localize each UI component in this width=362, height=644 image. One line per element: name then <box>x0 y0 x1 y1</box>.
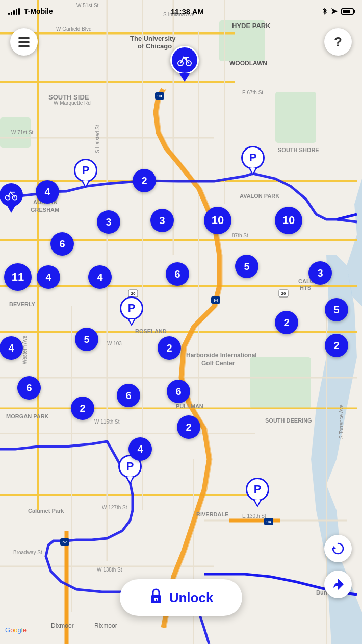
cluster-5-3[interactable]: 5 <box>75 328 98 351</box>
signal-bar-3 <box>13 10 15 15</box>
svg-text:The University: The University <box>130 35 176 42</box>
cluster-2-6[interactable]: 2 <box>177 415 200 439</box>
svg-marker-85 <box>333 546 336 549</box>
svg-point-83 <box>6 195 10 200</box>
cluster-4-1[interactable]: 4 <box>36 180 59 204</box>
menu-button[interactable] <box>10 28 38 56</box>
cluster-6-2[interactable]: 6 <box>166 262 189 286</box>
status-left: T-Mobile <box>8 7 53 15</box>
bluetooth-icon <box>322 7 328 15</box>
padlock-icon <box>149 588 163 604</box>
cluster-6-3[interactable]: 6 <box>17 376 41 400</box>
svg-text:BEVERLY: BEVERLY <box>9 301 36 307</box>
cluster-2-5[interactable]: 2 <box>71 397 94 420</box>
unlock-button[interactable]: Unlock <box>120 579 242 616</box>
cluster-5-2[interactable]: 5 <box>325 298 348 321</box>
status-bar: T-Mobile 11:38 AM <box>0 0 362 22</box>
cluster-6-4[interactable]: 6 <box>117 384 140 407</box>
hamburger-line-1 <box>18 37 30 39</box>
refresh-icon <box>331 541 345 556</box>
svg-text:94: 94 <box>267 519 271 524</box>
svg-text:RIVERDALE: RIVERDALE <box>196 511 229 517</box>
svg-text:20: 20 <box>131 291 136 296</box>
cluster-6-1[interactable]: 6 <box>50 232 74 256</box>
svg-text:ROSELAND: ROSELAND <box>135 328 167 334</box>
svg-text:E 130th St: E 130th St <box>242 513 266 519</box>
svg-text:Dixmoor: Dixmoor <box>51 622 74 629</box>
cluster-3-2[interactable]: 3 <box>150 209 174 232</box>
unlock-label: Unlock <box>169 590 214 606</box>
svg-rect-2 <box>275 92 316 143</box>
svg-text:Rixmoor: Rixmoor <box>94 622 117 629</box>
google-e: e <box>23 626 27 634</box>
svg-text:W 138th St: W 138th St <box>97 567 122 573</box>
google-logo: Google <box>5 626 27 634</box>
status-right <box>322 7 354 15</box>
svg-text:S Torrence Ave: S Torrence Ave <box>339 404 344 439</box>
svg-text:Harborside International: Harborside International <box>186 352 257 359</box>
map-container: 90 94 20 20 57 94 HYDE PARK The Universi… <box>0 0 362 644</box>
cluster-3-3[interactable]: 3 <box>308 261 332 285</box>
cluster-10-2[interactable]: 10 <box>275 207 302 234</box>
parking-marker-1[interactable]: P <box>74 159 97 186</box>
hamburger-line-2 <box>18 41 30 43</box>
svg-text:Golf Center: Golf Center <box>201 360 235 367</box>
bike-marker-small-1[interactable] <box>0 183 23 213</box>
cluster-4-5[interactable]: 4 <box>128 437 152 461</box>
svg-text:AVALON PARK: AVALON PARK <box>240 193 279 199</box>
cluster-2-4[interactable]: 2 <box>158 336 181 360</box>
signal-bar-4 <box>16 9 17 15</box>
main-bike-marker[interactable] <box>170 46 199 82</box>
svg-text:W 103: W 103 <box>107 341 122 346</box>
map-svg: 90 94 20 20 57 94 HYDE PARK The Universi… <box>0 0 362 644</box>
cluster-2-2[interactable]: 2 <box>275 311 298 334</box>
svg-rect-3 <box>250 357 311 408</box>
svg-text:94: 94 <box>214 298 218 303</box>
help-button[interactable]: ? <box>324 28 352 56</box>
location-arrow-icon <box>331 8 338 15</box>
cluster-5-1[interactable]: 5 <box>235 255 258 278</box>
cluster-4-3[interactable]: 4 <box>88 265 112 289</box>
parking-marker-3[interactable]: P <box>120 296 143 324</box>
svg-text:GRESHAM: GRESHAM <box>31 207 59 213</box>
svg-text:MORGAN PARK: MORGAN PARK <box>6 413 49 419</box>
svg-text:Broadway St: Broadway St <box>13 550 42 555</box>
parking-marker-5[interactable]: P <box>246 478 269 505</box>
signal-bar-2 <box>11 12 12 15</box>
cluster-4-4[interactable]: 4 <box>0 336 23 360</box>
carrier-label: T-Mobile <box>24 7 53 15</box>
signal-bar-5 <box>18 8 20 15</box>
time-display: 11:38 AM <box>171 7 204 16</box>
hamburger-line-3 <box>18 45 30 47</box>
cluster-6-5[interactable]: 6 <box>167 380 190 403</box>
google-o2: o <box>14 626 17 634</box>
cluster-11[interactable]: 11 <box>4 263 32 291</box>
cluster-10-1[interactable]: 10 <box>204 207 231 234</box>
refresh-button[interactable] <box>324 535 352 562</box>
cluster-2-3[interactable]: 2 <box>325 334 348 357</box>
svg-text:W 115th St: W 115th St <box>94 419 120 425</box>
google-g: G <box>5 626 10 634</box>
parking-marker-2[interactable]: P <box>241 146 265 174</box>
svg-text:W 71st St: W 71st St <box>11 130 34 135</box>
location-button[interactable] <box>324 571 352 598</box>
svg-text:57: 57 <box>63 540 67 544</box>
cluster-4-2[interactable]: 4 <box>37 265 60 289</box>
svg-text:87th St: 87th St <box>232 233 248 238</box>
signal-bars <box>8 8 20 15</box>
map-background: 90 94 20 20 57 94 HYDE PARK The Universi… <box>0 0 362 644</box>
cluster-2-1[interactable]: 2 <box>133 169 156 192</box>
svg-text:W Marquette Rd: W Marquette Rd <box>54 100 91 106</box>
battery-fill <box>343 10 350 13</box>
svg-text:W Garfield Blvd: W Garfield Blvd <box>56 26 91 32</box>
location-icon <box>331 578 345 591</box>
svg-text:SOUTH SHORE: SOUTH SHORE <box>278 147 319 153</box>
svg-text:HTS: HTS <box>300 285 311 291</box>
cluster-3-1[interactable]: 3 <box>97 210 120 234</box>
svg-text:SOUTH DEERING: SOUTH DEERING <box>265 417 312 424</box>
battery-indicator <box>341 8 354 15</box>
svg-text:WOODLAWN: WOODLAWN <box>229 60 267 67</box>
svg-text:Calumet Park: Calumet Park <box>28 508 64 514</box>
google-g2: g <box>18 626 21 634</box>
svg-text:20: 20 <box>281 291 286 296</box>
